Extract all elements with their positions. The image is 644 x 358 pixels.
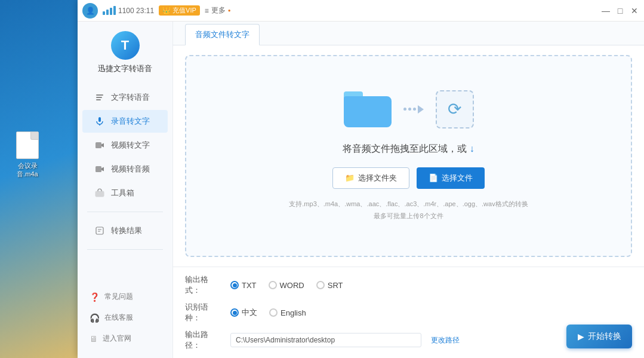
app-body: T 迅捷文字转语音 文字转语音 录音转文字 — [78, 22, 644, 358]
toolbox-icon — [94, 188, 105, 198]
vip-icon: 👑 — [162, 7, 171, 14]
select-folder-label: 选择文件夹 — [358, 173, 397, 183]
video-audio-icon — [94, 164, 105, 175]
folder-body — [344, 96, 392, 127]
convert-icon: ⟳ — [436, 90, 474, 128]
tab-audio-to-text[interactable]: 音频文件转文字 — [185, 24, 260, 45]
sidebar-divider-2 — [87, 249, 163, 250]
video-audio-label: 视频转音频 — [111, 164, 150, 175]
toolbox-label: 工具箱 — [111, 188, 134, 198]
select-file-button[interactable]: 📄 选择文件 — [417, 167, 485, 189]
website-icon: 🖥 — [90, 334, 98, 344]
close-button[interactable]: ✕ — [630, 6, 639, 16]
format-option-word[interactable]: WORD — [269, 281, 304, 290]
arrow-head — [418, 105, 424, 114]
file-icon-image — [16, 131, 39, 159]
svg-rect-6 — [95, 166, 101, 172]
video-text-icon — [94, 140, 105, 151]
start-convert-button[interactable]: ▶ 开始转换 — [566, 325, 632, 348]
arrow-dot-1 — [403, 108, 406, 111]
support-icon: 🎧 — [90, 313, 100, 323]
recording-text-label: 录音转文字 — [111, 116, 150, 127]
signal-bar-4 — [113, 6, 116, 15]
language-chinese-label: 中文 — [242, 307, 257, 318]
language-english-label: English — [281, 308, 306, 317]
vip-label: 充值VIP — [172, 6, 196, 15]
folder-icon — [344, 91, 392, 127]
notification-dot: ● — [228, 8, 231, 13]
more-label: 更多 — [211, 5, 226, 16]
svg-rect-8 — [96, 227, 103, 234]
text-speech-label: 文字转语音 — [111, 92, 150, 103]
svg-rect-5 — [95, 142, 101, 148]
max-files-text: 最多可批量上传8个文件 — [289, 210, 528, 222]
app-logo-text: 迅捷文字转语音 — [98, 63, 152, 74]
signal-bar-3 — [110, 8, 112, 15]
path-input[interactable] — [230, 333, 421, 347]
status-display: 1100 23:11 — [103, 6, 154, 15]
folder-btn-icon: 📁 — [345, 173, 355, 182]
format-option-txt[interactable]: TXT — [230, 281, 257, 290]
website-label: 进入官网 — [103, 333, 131, 344]
text-speech-icon — [94, 92, 105, 103]
restore-button[interactable]: □ — [615, 6, 625, 16]
select-file-label: 选择文件 — [442, 173, 473, 183]
format-txt-label: TXT — [242, 281, 257, 290]
sidebar-item-video-to-audio[interactable]: 视频转音频 — [82, 158, 168, 180]
arrow-dot-2 — [408, 108, 411, 111]
language-radio-group: 中文 English — [230, 307, 306, 318]
language-radio-chinese — [230, 308, 239, 317]
faq-label: 常见问题 — [104, 292, 133, 302]
sidebar-item-video-to-text[interactable]: 视频转文字 — [82, 134, 168, 157]
upload-area[interactable]: ⟳ 将音频文件拖拽至此区域，或 ↓ 📁 选择文件夹 📄 选择文件 — [185, 55, 632, 257]
footer-item-faq[interactable]: ❓ 常见问题 — [78, 287, 172, 307]
format-radio-word — [269, 281, 277, 289]
results-icon — [94, 225, 105, 236]
support-label: 在线客服 — [104, 313, 133, 323]
language-option-chinese[interactable]: 中文 — [230, 307, 257, 318]
format-radio-txt — [230, 281, 239, 289]
sidebar-item-results[interactable]: 转换结果 — [82, 219, 168, 242]
start-play-icon: ▶ — [578, 332, 584, 341]
drag-text-main: 将音频文件拖拽至此区域，或 — [343, 143, 467, 154]
language-option-english[interactable]: English — [269, 308, 306, 317]
select-folder-button[interactable]: 📁 选择文件夹 — [332, 167, 409, 189]
formats-text: 支持.mp3、.m4a、.wma、.aac、.flac、.ac3、.m4r、.a… — [289, 198, 528, 210]
vip-badge[interactable]: 👑 充值VIP — [159, 5, 200, 16]
format-srt-label: SRT — [328, 281, 343, 290]
sidebar-item-toolbox[interactable]: 工具箱 — [82, 182, 168, 204]
more-menu[interactable]: ≡ 更多 ● — [205, 5, 231, 16]
recording-text-icon — [94, 116, 105, 127]
avatar-icon: 👤 — [86, 7, 95, 15]
svg-rect-0 — [96, 94, 103, 96]
sidebar-item-text-to-speech[interactable]: 文字转语音 — [82, 86, 168, 109]
app-window: 👤 1100 23:11 👑 充值VIP ≡ 更多 ● — [78, 0, 644, 358]
format-radio-group: TXT WORD SRT — [230, 281, 343, 290]
minimize-button[interactable]: — — [601, 6, 611, 16]
language-radio-english — [269, 308, 278, 317]
start-convert-label: 开始转换 — [588, 331, 621, 342]
change-path-button[interactable]: 更改路径 — [431, 335, 460, 345]
signal-bars — [103, 6, 116, 15]
menu-lines-icon: ≡ — [205, 7, 209, 15]
signal-bar-2 — [106, 10, 109, 15]
sidebar-item-recording-to-text[interactable]: 录音转文字 — [82, 110, 168, 133]
svg-rect-1 — [96, 97, 102, 98]
footer-item-website[interactable]: 🖥 进入官网 — [78, 329, 172, 348]
status-time: 1100 23:11 — [118, 7, 154, 15]
title-bar-left: 👤 1100 23:11 👑 充值VIP ≡ 更多 ● — [82, 3, 601, 19]
language-label: 识别语种： — [185, 302, 221, 323]
window-controls: — □ ✕ — [601, 6, 639, 16]
logo-char: T — [121, 38, 129, 53]
format-option-srt[interactable]: SRT — [316, 281, 343, 290]
sidebar-logo: T 迅捷文字转语音 — [78, 31, 172, 86]
faq-icon: ❓ — [90, 292, 100, 302]
upload-formats: 支持.mp3、.m4a、.wma、.aac、.flac、.ac3、.m4r、.a… — [289, 198, 528, 222]
video-text-label: 视频转文字 — [111, 140, 150, 151]
footer-item-support[interactable]: 🎧 在线客服 — [78, 308, 172, 328]
path-setting-row: 输出路径： 更改路径 — [185, 329, 632, 351]
sidebar-nav: 文字转语音 录音转文字 视频转文字 — [78, 86, 172, 204]
desktop-file-icon[interactable]: 会议录音.m4a — [8, 131, 47, 179]
format-radio-srt — [316, 281, 325, 289]
app-logo-icon: T — [111, 31, 140, 60]
